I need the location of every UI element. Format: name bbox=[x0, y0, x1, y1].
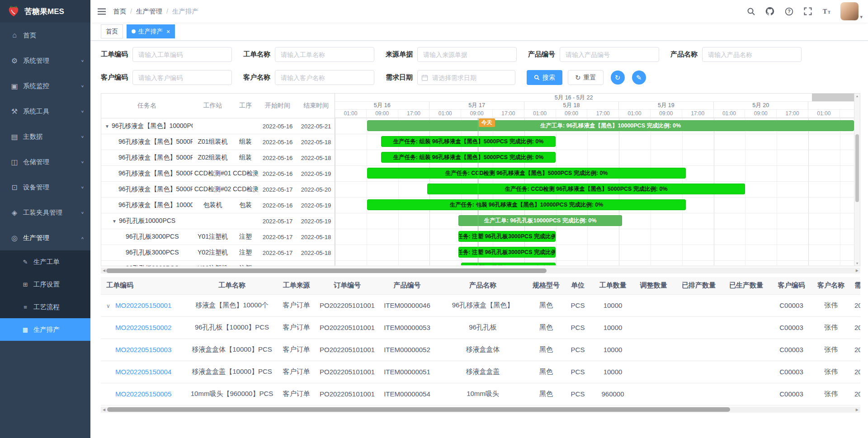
gantt-bar-task[interactable]: 生产任务: CCD检测 96孔移液盒【黑色】5000PCS 完成比例: 0% bbox=[367, 168, 686, 179]
sidebar-item-3[interactable]: ⚒系统工具∨ bbox=[0, 99, 90, 124]
scroll-right-arrow-icon[interactable]: ▶ bbox=[856, 408, 859, 412]
gantt-horizontal-scrollbar[interactable]: ◀ ▶ bbox=[101, 268, 860, 273]
breadcrumb-item-home[interactable]: 首页 bbox=[113, 7, 126, 16]
sidebar-subitem-3[interactable]: ▦生产排产 bbox=[0, 318, 90, 341]
scroll-down-arrow-icon[interactable]: ▼ bbox=[856, 262, 859, 265]
gantt-task-row[interactable]: ▼96孔孔板10000PCS2022-05-172022-05-19 bbox=[101, 213, 335, 229]
gantt-end-time: 2022-05-19 bbox=[297, 202, 335, 209]
horizontal-scroll-thumb[interactable] bbox=[106, 268, 547, 273]
order-row[interactable]: MO20220515000510mm吸头【960000】PCS客户订单PO202… bbox=[101, 383, 860, 405]
sidebar-subitem-1[interactable]: ⊞工序设置 bbox=[0, 273, 90, 296]
gantt-task-row[interactable]: 96孔移液盒【黑色】5000PCSZ01组装机组装2022-05-162022-… bbox=[101, 134, 335, 150]
order-cell: PCS bbox=[562, 316, 594, 339]
font-size-button[interactable]: TT bbox=[819, 0, 835, 23]
order-row[interactable]: ∨MO202205150001移液盒【黑色】10000个客户订单PO202205… bbox=[101, 294, 860, 316]
breadcrumb: 首页 / 生产管理 / 生产排产 bbox=[113, 7, 198, 16]
sidebar-item-0[interactable]: ⌂首页 bbox=[0, 23, 90, 48]
gantt-bar-task[interactable]: 生产任务: 注塑 96孔孔板3000PCS 完成比例: 0% bbox=[458, 231, 556, 242]
vertical-scroll-thumb[interactable] bbox=[855, 134, 859, 202]
timeline-hour-label: 17:00 bbox=[398, 110, 430, 118]
row-expand-icon[interactable]: ∨ bbox=[106, 303, 113, 309]
gantt-bar-task[interactable]: 生产任务: 注塑 96孔孔板3000PCS 完成比例: 0% bbox=[458, 247, 556, 258]
caret-down-icon[interactable]: ▾ bbox=[860, 14, 863, 20]
gantt-bar-task[interactable]: 生产任务: 组装 96孔移液盒【黑色】5000PCS 完成比例: 0% bbox=[381, 136, 556, 147]
sidebar-item-1[interactable]: ⚙系统管理∨ bbox=[0, 48, 90, 73]
tab-production-scheduling[interactable]: 生产排产 × bbox=[127, 24, 175, 38]
order-code-cell: MO202205150004 bbox=[101, 361, 187, 383]
search-button[interactable]: 搜索 bbox=[527, 70, 562, 85]
app-logo[interactable]: 苦糖果MES bbox=[0, 0, 90, 23]
filter-input[interactable] bbox=[275, 47, 374, 62]
timeline-hour-label: 17:00 bbox=[682, 110, 714, 118]
order-row[interactable]: MO20220515000296孔孔板【10000】PCS客户订单PO20220… bbox=[101, 316, 860, 339]
gantt-task-row[interactable]: 96孔移液盒【黑色】5000PCSZ02组装机组装2022-05-162022-… bbox=[101, 150, 335, 166]
refresh-circle-button[interactable]: ↻ bbox=[611, 71, 625, 85]
order-cell: PCS bbox=[562, 339, 594, 361]
filter-input[interactable] bbox=[132, 70, 232, 85]
order-code-link[interactable]: MO202205150001 bbox=[115, 301, 171, 309]
gantt-bar-task[interactable]: 生产任务: 注塑 96孔孔板3000PCS 完成比例: 0% bbox=[461, 263, 556, 265]
tab-home[interactable]: 首页 bbox=[101, 24, 123, 38]
scroll-right-arrow-icon[interactable]: ▶ bbox=[856, 268, 859, 273]
user-menu[interactable]: ▾ bbox=[840, 2, 863, 20]
sidebar-item-4[interactable]: ▤主数据∨ bbox=[0, 124, 90, 149]
user-avatar[interactable] bbox=[840, 2, 859, 20]
breadcrumb-separator: / bbox=[130, 8, 132, 15]
gantt-task-row[interactable]: 96孔移液盒【黑色】5000PCSCCD检测#01CCD检测2022-05-16… bbox=[101, 166, 335, 182]
gantt-bar-task[interactable]: 生产任务: 包装 96孔移液盒【黑色】10000PCS 完成比例: 0% bbox=[367, 199, 686, 210]
order-row[interactable]: MO202205150004移液盒盒盖【10000】PCS客户订单PO20220… bbox=[101, 361, 860, 383]
github-button[interactable] bbox=[762, 0, 778, 23]
filter-input[interactable] bbox=[132, 47, 232, 62]
fullscreen-button[interactable] bbox=[800, 0, 816, 23]
scroll-up-arrow-icon[interactable]: ▲ bbox=[856, 94, 859, 98]
horizontal-scroll-thumb[interactable] bbox=[107, 407, 730, 412]
filter-input[interactable] bbox=[560, 47, 659, 62]
sidebar-item-2[interactable]: ▣系统监控∨ bbox=[0, 73, 90, 99]
gantt-task-row[interactable]: 96孔孔板3000PCSY02注塑机注塑2022-05-172022-05-18 bbox=[101, 245, 335, 261]
filter-input[interactable] bbox=[702, 47, 802, 62]
sidebar-toggle-button[interactable] bbox=[90, 0, 113, 23]
date-input[interactable] bbox=[417, 70, 515, 85]
order-row[interactable]: MO202205150003移液盒盒体【10000】PCS客户订单PO20220… bbox=[101, 339, 860, 361]
today-label: 今天 bbox=[479, 118, 495, 127]
sidebar-item-5[interactable]: ◫仓储管理∨ bbox=[0, 149, 90, 174]
order-cell: 客户订单 bbox=[277, 383, 316, 405]
reset-button[interactable]: ↻ 重置 bbox=[568, 70, 604, 85]
edit-columns-circle-button[interactable]: ✎ bbox=[632, 71, 646, 85]
gantt-bar-task[interactable]: 生产任务: CCD检测 96孔移液盒【黑色】5000PCS 完成比例: 0% bbox=[427, 184, 745, 194]
order-cell bbox=[632, 383, 675, 405]
sidebar-item-7[interactable]: ◈工装夹具管理∨ bbox=[0, 200, 90, 225]
header-search-button[interactable] bbox=[743, 0, 759, 23]
sidebar-item-8[interactable]: ◎生产管理∧ bbox=[0, 225, 90, 250]
sidebar-item-6[interactable]: ⊡设备管理∨ bbox=[0, 174, 90, 200]
gantt-task-row[interactable]: 96孔移液盒【黑色】5000PCSCCD检测#02CCD检测2022-05-17… bbox=[101, 182, 335, 198]
gantt-task-row[interactable]: 96孔孔板3000PCSY03注塑机注塑2022-05-172022-05-18 bbox=[101, 261, 335, 266]
breadcrumb-item-production[interactable]: 生产管理 bbox=[136, 7, 162, 16]
tab-close-icon[interactable]: × bbox=[166, 28, 170, 35]
order-code-link[interactable]: MO202205150004 bbox=[115, 368, 171, 376]
order-code-link[interactable]: MO202205150002 bbox=[115, 324, 171, 331]
tree-expand-icon[interactable]: ▼ bbox=[112, 219, 117, 224]
table-horizontal-scrollbar[interactable]: ◀ ▶ bbox=[101, 407, 860, 413]
gantt-vertical-scrollbar[interactable]: ▲ ▼ bbox=[854, 94, 860, 266]
gantt-workstation: Y02注塑机 bbox=[193, 249, 233, 257]
gantt-bar-order[interactable]: 生产工单: 96孔孔板10000PCS 完成比例: 0% bbox=[458, 215, 622, 226]
order-code-link[interactable]: MO202205150003 bbox=[115, 346, 171, 353]
gantt-task-row[interactable]: ▼96孔移液盒【黑色】10000PCS2022-05-162022-05-21 bbox=[101, 118, 335, 134]
gantt-task-row[interactable]: 96孔孔板3000PCSY01注塑机注塑2022-05-172022-05-18 bbox=[101, 229, 335, 245]
help-button[interactable]: ? bbox=[781, 0, 797, 23]
tree-expand-icon[interactable]: ▼ bbox=[105, 124, 109, 129]
gantt-task-row[interactable]: 96孔移液盒【黑色】10000PCS包装机包装2022-05-162022-05… bbox=[101, 198, 335, 213]
sidebar-item-label: 工装夹具管理 bbox=[23, 208, 62, 217]
filter-input[interactable] bbox=[275, 70, 374, 85]
gantt-bar-task[interactable]: 生产任务: 组装 96孔移液盒【黑色】5000PCS 完成比例: 0% bbox=[381, 152, 556, 163]
sidebar-subitem-0[interactable]: ✎生产工单 bbox=[0, 250, 90, 273]
order-cell: 客户订单 bbox=[277, 339, 316, 361]
scroll-left-arrow-icon[interactable]: ◀ bbox=[103, 408, 105, 412]
scroll-left-arrow-icon[interactable]: ◀ bbox=[103, 268, 105, 273]
filter-input[interactable] bbox=[417, 47, 517, 62]
active-tab-dot bbox=[132, 29, 136, 33]
order-code-link[interactable]: MO202205150005 bbox=[115, 390, 171, 398]
gantt-bar-order[interactable]: 生产工单: 96孔移液盒【黑色】10000PCS 完成比例: 0% bbox=[367, 120, 854, 131]
sidebar-subitem-2[interactable]: ≡工艺流程 bbox=[0, 296, 90, 318]
